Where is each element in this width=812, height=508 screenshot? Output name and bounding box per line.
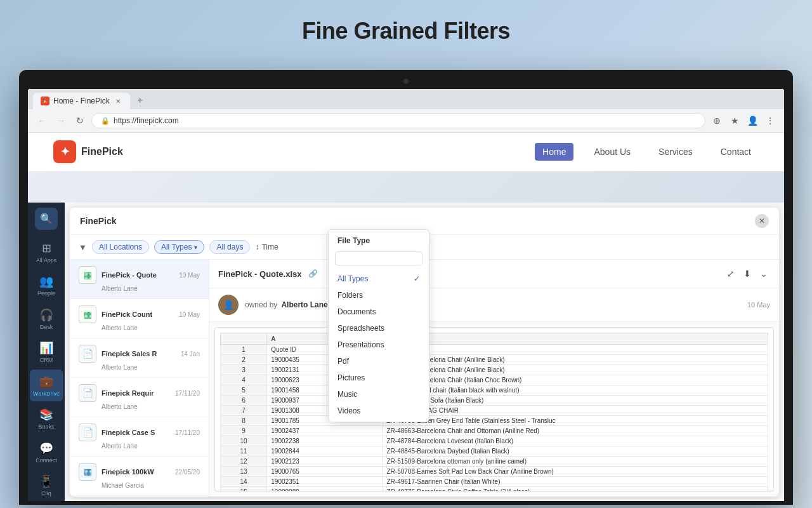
result-owner-1: Alberto Lane (102, 324, 200, 331)
search-close-button[interactable]: ✕ (755, 214, 769, 228)
owned-by-label: owned by (245, 300, 277, 309)
cell-b[interactable]: ZR-50708-Eames Soft Pad Low Back Chair (… (383, 467, 768, 477)
browser-chrome: F Home - FinePick ✕ + ← → ↻ 🔒 https://fi… (28, 89, 784, 133)
download-icon[interactable]: ⬇ (741, 266, 754, 281)
app-main: FinePick ✕ ▼ All Locations All Types ▾ (65, 203, 784, 501)
crm-icon: 📊 (39, 341, 53, 355)
sidebar-item-all-apps[interactable]: ⊞ All Apps (30, 236, 63, 269)
row-num: 8 (221, 416, 267, 426)
sidebar-item-connect[interactable]: 💬 Connect (30, 436, 63, 469)
filter-chip-location[interactable]: All Locations (92, 240, 149, 254)
filter-chip-time[interactable]: All days (209, 240, 250, 254)
extensions-button[interactable]: ⊕ (709, 113, 724, 128)
site-navbar: ✦ FinePick Home About Us Services Contac… (28, 133, 784, 171)
tab-favicon: F (41, 97, 49, 105)
filter-type-label: All Types (161, 243, 192, 251)
cell-b[interactable]: ZR-48659-Barcelona Chair (Aniline Black) (383, 355, 768, 365)
filter-chip-type[interactable]: All Types ▾ (154, 240, 204, 254)
dropdown-option-spreadsheets[interactable]: Spreadsheets (329, 320, 429, 337)
cell-a[interactable]: 19000989 (267, 487, 383, 492)
dropdown-option-documents[interactable]: Documents (329, 304, 429, 320)
sheet-table: A B 1 Quote ID Quote Name 2 19000435 ZR-… (220, 333, 768, 491)
cell-b[interactable]: ZR-49775-Barcelona Stylo Coffee Table (3… (383, 487, 768, 492)
cell-b[interactable]: ZR-48721-Barcelona Chair (Aniline Black) (383, 365, 768, 375)
preview-date: 10 May (747, 301, 770, 309)
cell-a[interactable]: 19002123 (267, 457, 383, 467)
browser-actions: ⊕ ★ 👤 ⋮ (709, 113, 778, 128)
table-row: 1 Quote ID Quote Name (221, 345, 768, 355)
nav-link-home[interactable]: Home (535, 143, 573, 161)
sidebar-item-desk[interactable]: 🎧 Desk (30, 303, 63, 335)
result-item-3[interactable]: 📄 Finepick Requir 17/11/20 Alberto Lane (70, 378, 209, 417)
result-item-4[interactable]: 📄 Finepick Case S 17/11/20 Alberto Lane (70, 417, 209, 457)
row-num: 4 (221, 375, 267, 385)
more-options-icon[interactable]: ⌄ (757, 266, 770, 281)
cell-b[interactable]: ZR-1695-ZIGZAG CHAIR (383, 406, 768, 416)
cell-b[interactable]: ZR-51509-Barcelona ottoman only (aniline… (383, 457, 768, 467)
result-name-4: Finepick Case S (102, 429, 155, 436)
cell-a[interactable]: 19002238 (267, 436, 383, 446)
table-row: 13 19000765 ZR-50708-Eames Soft Pad Low … (221, 467, 768, 477)
app-overlay: 🔍 ⊞ All Apps 👥 People 🎧 Desk 📊 (28, 203, 784, 501)
dropdown-option-videos[interactable]: Videos (329, 403, 429, 419)
sort-time-filter[interactable]: ↕ Time (255, 243, 278, 251)
bookmark-button[interactable]: ★ (727, 113, 742, 128)
sidebar-item-workdrive[interactable]: 💼 WorkDrive (30, 370, 63, 402)
back-button[interactable]: ← (34, 113, 49, 128)
cell-a[interactable]: 19002844 (267, 446, 383, 457)
nav-link-about[interactable]: About Us (586, 143, 638, 161)
external-link-icon[interactable]: 🔗 (308, 269, 318, 278)
cell-b[interactable]: Quote Name (383, 345, 768, 355)
sidebar-item-crm[interactable]: 📊 CRM (30, 336, 63, 368)
address-bar[interactable]: 🔒 https://finepick.com (91, 113, 705, 128)
dropdown-options: All Types ✓ Folders Documents (329, 268, 429, 422)
result-icon-2: 📄 (79, 345, 96, 363)
dropdown-option-pictures[interactable]: Pictures (329, 370, 429, 386)
dropdown-option-pdf[interactable]: Pdf (329, 353, 429, 370)
dropdown-option-folders[interactable]: Folders (329, 287, 429, 304)
cell-b[interactable]: ZR-48755-Eileen Grey End Table (Stainles… (383, 416, 768, 426)
refresh-button[interactable]: ↻ (72, 113, 88, 128)
result-item-5[interactable]: ▦ Finepick 100kW 22/05/20 Michael Garcia (70, 457, 209, 496)
people-icon: 👥 (39, 274, 53, 288)
cell-a[interactable]: 19000765 (267, 467, 383, 477)
sidebar-item-books[interactable]: 📚 Books (30, 403, 63, 435)
nav-link-contact[interactable]: Contact (713, 143, 759, 161)
menu-button[interactable]: ⋮ (763, 113, 778, 128)
result-item-1[interactable]: ▦ FinePick Count 10 May Alberto Lane (70, 299, 209, 338)
cell-b[interactable]: ZR-48720-Shell chair (Italian black with… (383, 385, 768, 396)
cell-b[interactable]: ZR-48688-Barcelona Chair (Italian Choc B… (383, 375, 768, 385)
cell-b[interactable]: ZR-48687-LC3 Sofa (Italian Black) (383, 396, 768, 406)
dropdown-option-music[interactable]: Music (329, 386, 429, 403)
result-date-5: 22/05/20 (175, 469, 200, 476)
search-content: ▦ FinePick - Quote 10 May Alberto Lane ▦ (70, 260, 779, 497)
url-text: https://finepick.com (114, 116, 179, 125)
dropdown-option-all-types[interactable]: All Types ✓ (329, 271, 429, 287)
result-date-3: 17/11/20 (175, 390, 200, 397)
new-tab-button[interactable]: + (133, 93, 148, 108)
cell-a[interactable]: 19002437 (267, 426, 383, 436)
cell-b[interactable]: ZR-48845-Barcelona Daybed (Italian Black… (383, 446, 768, 457)
sidebar-item-people[interactable]: 👥 People (30, 269, 63, 302)
table-row: 11 19002844 ZR-48845-Barcelona Daybed (I… (221, 446, 768, 457)
tab-close-button[interactable]: ✕ (114, 97, 122, 105)
dropdown-search-input[interactable] (335, 260, 422, 265)
sidebar-search-icon[interactable]: 🔍 (35, 208, 58, 230)
dropdown-option-presentations[interactable]: Presentations (329, 337, 429, 353)
cell-a[interactable]: 19002351 (267, 477, 383, 487)
cell-b[interactable]: ZR-49617-Saarinen Chair (Italian White) (383, 477, 768, 487)
result-item-2[interactable]: 📄 Finepick Sales R 14 Jan Alberto Lane (70, 338, 209, 378)
preview-panel: FinePick - Quote.xlsx 🔗 ⤢ ⬇ ⌄ (209, 260, 779, 497)
result-item-0[interactable]: ▦ FinePick - Quote 10 May Alberto Lane (70, 260, 209, 299)
profile-button[interactable]: 👤 (745, 113, 760, 128)
forward-button[interactable]: → (53, 113, 69, 128)
table-row: 12 19002123 ZR-51509-Barcelona ottoman o… (221, 457, 768, 467)
filter-type-chevron: ▾ (194, 244, 197, 251)
browser-tab-active[interactable]: F Home - FinePick ✕ (33, 93, 130, 109)
cell-b[interactable]: ZR-48784-Barcelona Loveseat (Italian Bla… (383, 436, 768, 446)
desk-icon: 🎧 (39, 308, 53, 322)
expand-icon[interactable]: ⤢ (724, 266, 737, 281)
cell-b[interactable]: ZR-48663-Barcelona Chair and Ottoman (An… (383, 426, 768, 436)
nav-link-services[interactable]: Services (651, 143, 700, 161)
sidebar-item-cliq[interactable]: 📱 Cliq (30, 469, 63, 501)
